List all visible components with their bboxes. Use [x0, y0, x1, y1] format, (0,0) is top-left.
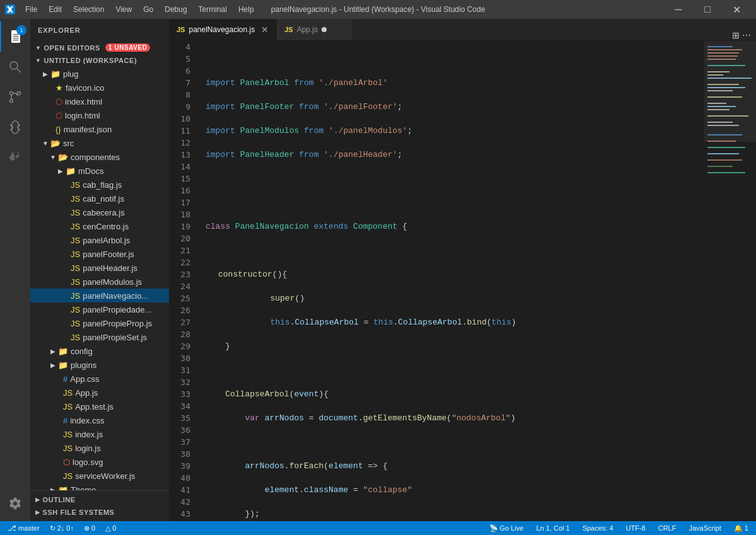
- code-line-12: [206, 244, 704, 256]
- workspace-label: UNTITLED (WORKSPACE): [44, 57, 137, 64]
- tree-panelarbol[interactable]: JS panelArbol.js: [30, 233, 169, 247]
- tree-favicon[interactable]: ★ favicon.ico: [30, 81, 169, 95]
- activity-search[interactable]: [0, 52, 30, 82]
- login-js-label: login.js: [75, 444, 100, 453]
- tree-cencentro[interactable]: JS cenCentro.js: [30, 219, 169, 233]
- activity-extensions[interactable]: [0, 142, 30, 173]
- favicon-label: favicon.ico: [66, 83, 104, 93]
- branch-status[interactable]: ⎇ master: [5, 524, 42, 532]
- language-status[interactable]: JavaScript: [686, 524, 723, 532]
- notification-status[interactable]: 🔔 1: [731, 524, 751, 532]
- tree-panelnavegacion[interactable]: JS panelNavegacio...: [30, 289, 169, 302]
- manifest-label: manifest.json: [64, 125, 112, 134]
- more-actions-button[interactable]: ⋯: [742, 30, 751, 40]
- menu-edit[interactable]: Edit: [44, 4, 67, 15]
- js-icon6: JS: [71, 250, 80, 259]
- menu-go[interactable]: Go: [138, 4, 158, 15]
- menu-selection[interactable]: Selection: [68, 4, 109, 15]
- open-editors-section[interactable]: ▼ OPEN EDITORS 1 UNSAVED: [30, 41, 169, 54]
- activity-debug[interactable]: [0, 112, 30, 142]
- status-left: ⎇ master ↻ 2↓ 0↑ ⊗ 0 △ 0: [5, 524, 119, 532]
- status-right: 📡 Go Live Ln 1, Col 1 Spaces: 4 UTF-8 CR…: [487, 524, 752, 532]
- tree-theme[interactable]: ▶ 📁 Theme...: [30, 483, 169, 490]
- minimize-button[interactable]: ─: [664, 0, 693, 19]
- window-controls: ─ □ ✕: [664, 0, 751, 19]
- tree-panelpropiedade[interactable]: JS panelPropiedade...: [30, 302, 169, 316]
- tab-panelnavegacion[interactable]: JS panelNavegacion.js ✕: [169, 19, 277, 40]
- tree-plugins[interactable]: ▶ 📁 plugins: [30, 358, 169, 372]
- config-arrow: ▶: [48, 348, 58, 355]
- workspace-section[interactable]: ▼ UNTITLED (WORKSPACE): [30, 54, 169, 67]
- html-icon: ⬡: [55, 97, 62, 106]
- encoding-status[interactable]: UTF-8: [624, 524, 648, 532]
- tree-logo-svg[interactable]: ⬡ logo.svg: [30, 455, 169, 469]
- tree-panelmodulos[interactable]: JS panelModulos.js: [30, 275, 169, 289]
- tree-cabecera[interactable]: JS cabecera.js: [30, 205, 169, 219]
- split-editor-button[interactable]: ⊞: [732, 30, 740, 40]
- close-button[interactable]: ✕: [722, 0, 751, 19]
- tree-manifest[interactable]: {} manifest.json: [30, 122, 169, 136]
- tree-src[interactable]: ▼ 📂 src: [30, 136, 169, 150]
- errors-label: ⊗ 0: [84, 524, 95, 532]
- sync-status[interactable]: ↻ 2↓ 0↑: [47, 524, 76, 532]
- warnings-status[interactable]: △ 0: [103, 524, 119, 532]
- errors-status[interactable]: ⊗ 0: [81, 524, 98, 532]
- svg-rect-30: [707, 166, 733, 167]
- menu-help[interactable]: Help: [233, 4, 259, 15]
- menu-bar: File Edit Selection View Go Debug Termin…: [20, 4, 259, 15]
- svg-icon: ⬡: [63, 457, 70, 467]
- tree-cab-flag[interactable]: JS cab_flag.js: [30, 178, 169, 192]
- tree-index-css[interactable]: # index.css: [30, 413, 169, 427]
- line-ending-status[interactable]: CRLF: [656, 524, 679, 532]
- panelpropieprop-label: panelPropieProp.js: [83, 319, 152, 328]
- tree-panelpropieset[interactable]: JS panelPropieSet.js: [30, 330, 169, 344]
- tree-panelfooter[interactable]: JS panelFooter.js: [30, 247, 169, 261]
- tab-panelnavegacion-close[interactable]: ✕: [261, 25, 269, 35]
- tree-mdocs[interactable]: ▶ 📁 mDocs: [30, 164, 169, 178]
- explorer-badge: 1: [16, 25, 26, 35]
- branch-icon: ⎇: [8, 524, 16, 532]
- tab-appjs[interactable]: JS App.js: [277, 19, 352, 40]
- menu-file[interactable]: File: [20, 4, 42, 15]
- config-icon: 📁: [58, 347, 68, 356]
- ssh-section[interactable]: ▶ SSH FILE SYSTEMS: [30, 506, 169, 519]
- tree-index-html[interactable]: ⬡ index.html: [30, 95, 169, 108]
- activity-explorer[interactable]: 1: [0, 21, 30, 52]
- tree-login-js[interactable]: JS login.js: [30, 441, 169, 455]
- tree-panelpropieprop[interactable]: JS panelPropieProp.js: [30, 316, 169, 330]
- plugins-arrow: ▶: [48, 362, 58, 369]
- outline-section[interactable]: ▶ OUTLINE: [30, 493, 169, 506]
- tree-cab-notif[interactable]: JS cab_notif.js: [30, 192, 169, 205]
- editor-main: JS panelNavegacion.js ✕ JS App.js ⊞ ⋯ 4: [169, 19, 756, 521]
- tree-panelheader[interactable]: JS panelHeader.js: [30, 261, 169, 275]
- ln-col-status[interactable]: Ln 1, Col 1: [533, 524, 572, 532]
- tree-index-js[interactable]: JS index.js: [30, 427, 169, 441]
- code-line-7: import PanelModulos from './panelModulos…: [206, 125, 704, 137]
- maximize-button[interactable]: □: [693, 0, 722, 19]
- tree-plug[interactable]: ▶ 📁 plug: [30, 67, 169, 81]
- activity-settings[interactable]: [0, 488, 30, 519]
- code-line-22: element.className = "collapse": [206, 484, 704, 496]
- tree-app-css[interactable]: # App.css: [30, 372, 169, 386]
- tree-serviceworker[interactable]: JS serviceWorker.js: [30, 469, 169, 483]
- code-line-17: [206, 364, 704, 376]
- spaces-status[interactable]: Spaces: 4: [580, 524, 616, 532]
- menu-terminal[interactable]: Terminal: [194, 4, 232, 15]
- code-line-19: var arrNodos = document.getElementsByNam…: [206, 412, 704, 424]
- cencentro-label: cenCentro.js: [83, 222, 129, 231]
- menu-debug[interactable]: Debug: [160, 4, 192, 15]
- tree-componentes[interactable]: ▼ 📂 componentes: [30, 150, 169, 164]
- activity-git[interactable]: [0, 82, 30, 112]
- tree-app-test[interactable]: JS App.test.js: [30, 400, 169, 413]
- menu-view[interactable]: View: [110, 4, 137, 15]
- golive-status[interactable]: 📡 Go Live: [487, 524, 526, 532]
- tree-login-html[interactable]: ⬡ login.html: [30, 108, 169, 122]
- css-icon2: #: [63, 416, 67, 425]
- tree-config[interactable]: ▶ 📁 config: [30, 344, 169, 358]
- mdocs-icon: 📁: [66, 166, 76, 176]
- tree-app-js[interactable]: JS App.js: [30, 386, 169, 400]
- sidebar-bottom: ▶ OUTLINE ▶ SSH FILE SYSTEMS: [30, 490, 169, 521]
- spaces-label: Spaces: 4: [583, 524, 614, 532]
- code-editor[interactable]: import PanelArbol from './panelArbol' im…: [201, 41, 704, 521]
- logo-svg-label: logo.svg: [73, 457, 103, 467]
